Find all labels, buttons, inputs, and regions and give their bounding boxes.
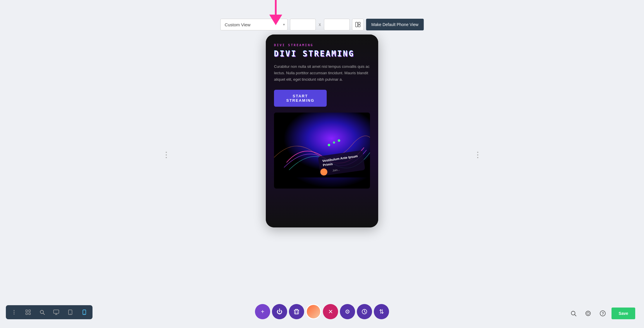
menu-button[interactable] — [9, 308, 19, 317]
phone-content: DIVI STREAMING DIVI STREAMING Curabitur … — [266, 34, 378, 227]
svg-rect-23 — [54, 310, 59, 313]
svg-point-32 — [586, 311, 590, 316]
svg-rect-17 — [26, 310, 28, 312]
svg-point-33 — [587, 312, 589, 315]
svg-line-22 — [43, 313, 45, 315]
brand-description: Curabitur non nulla sit amet nisl tempus… — [274, 63, 370, 83]
avatar-button[interactable] — [306, 304, 321, 319]
height-input[interactable]: 1000px — [324, 19, 350, 30]
resize-handle-left[interactable] — [164, 146, 169, 164]
right-help-button[interactable]: ? — [597, 308, 609, 319]
svg-point-16 — [14, 314, 15, 315]
svg-point-4 — [328, 144, 330, 146]
svg-point-21 — [40, 310, 44, 314]
svg-point-5 — [333, 141, 335, 144]
tablet-button[interactable] — [66, 308, 75, 317]
grid-button[interactable] — [23, 308, 33, 317]
desktop-button[interactable] — [52, 308, 61, 317]
svg-rect-20 — [29, 313, 30, 315]
svg-rect-12 — [294, 310, 299, 314]
right-layers-button[interactable] — [582, 308, 594, 319]
handle-dot — [477, 157, 478, 158]
svg-point-27 — [70, 314, 71, 314]
svg-rect-2 — [358, 25, 360, 27]
clock-button[interactable] — [357, 304, 372, 319]
phone-visual: Vestibulum Ante Ipsum Primis Join... — [274, 113, 370, 189]
layout-icon-button[interactable] — [352, 19, 364, 30]
handle-dots-right — [477, 152, 478, 158]
search-button[interactable] — [37, 308, 47, 317]
handle-dots-left — [166, 152, 167, 158]
settings-button[interactable]: ⚙ — [340, 304, 355, 319]
arrow-line — [275, 0, 277, 15]
power-button[interactable]: ⏻ — [272, 304, 287, 319]
arrow-head — [269, 15, 282, 25]
svg-point-6 — [338, 139, 340, 142]
svg-rect-19 — [26, 313, 28, 315]
left-toolbar — [6, 305, 93, 319]
brand-title: DIVI STREAMING — [274, 49, 370, 58]
svg-rect-1 — [358, 22, 360, 24]
svg-line-31 — [575, 315, 576, 316]
close-button[interactable]: ✕ — [323, 304, 338, 319]
handle-dot — [477, 152, 478, 153]
top-toolbar: Custom View Desktop Tablet Phone ▾ 425px… — [220, 19, 424, 30]
handle-dot — [477, 154, 478, 156]
resize-handle-right[interactable] — [475, 146, 480, 164]
handle-dot — [166, 154, 167, 156]
svg-point-29 — [84, 314, 85, 314]
right-search-button[interactable] — [568, 308, 579, 319]
right-toolbar: ? Save — [568, 308, 635, 319]
svg-point-14 — [14, 310, 15, 311]
visual-waves-svg: Vestibulum Ante Ipsum Primis Join... — [274, 113, 370, 177]
svg-rect-18 — [29, 310, 30, 312]
width-input[interactable]: 425px — [290, 19, 316, 30]
mobile-button[interactable] — [80, 308, 89, 317]
arrows-button[interactable]: ⇅ — [374, 304, 389, 319]
save-button[interactable]: Save — [612, 308, 635, 319]
dimension-separator: x — [319, 22, 321, 27]
brand-label: DIVI STREAMING — [274, 43, 370, 47]
bottom-center-toolbar: + ⏻ ✕ ⚙ ⇅ — [255, 304, 389, 319]
delete-button[interactable] — [289, 304, 304, 319]
start-streaming-button[interactable]: START STREAMING — [274, 90, 327, 107]
phone-preview: DIVI STREAMING DIVI STREAMING Curabitur … — [266, 34, 378, 227]
pink-arrow — [269, 0, 282, 25]
make-default-button[interactable]: Make Default Phone View — [366, 19, 424, 30]
add-button[interactable]: + — [255, 304, 270, 319]
handle-dot — [166, 157, 167, 158]
svg-point-15 — [14, 312, 15, 313]
handle-dot — [166, 152, 167, 153]
svg-text:?: ? — [602, 311, 604, 316]
svg-rect-0 — [356, 22, 358, 27]
